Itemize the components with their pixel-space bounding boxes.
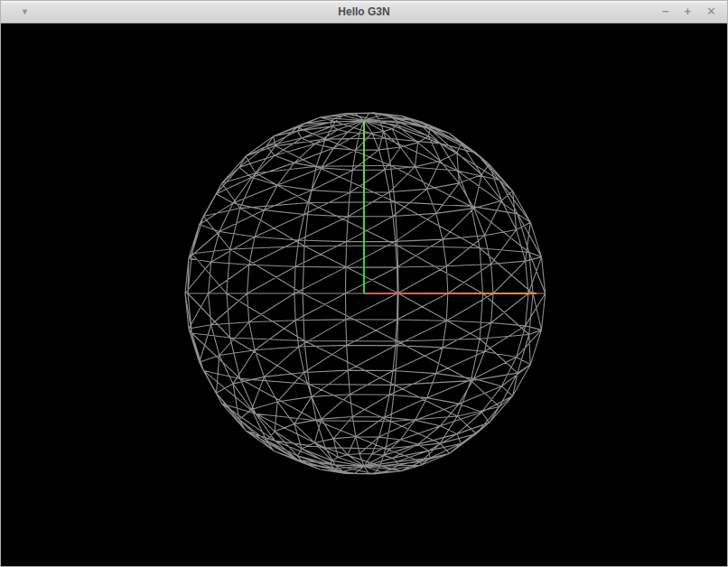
window-controls: − + ✕ bbox=[662, 1, 716, 23]
chevron-down-icon: ▼ bbox=[21, 7, 29, 16]
minimize-button[interactable]: − bbox=[662, 1, 669, 23]
titlebar[interactable]: ▼ Hello G3N − + ✕ bbox=[1, 1, 727, 23]
gl-viewport[interactable] bbox=[1, 23, 727, 567]
window-title: Hello G3N bbox=[1, 1, 727, 23]
close-button[interactable]: ✕ bbox=[706, 1, 716, 23]
window-menu-button[interactable]: ▼ bbox=[21, 1, 29, 23]
maximize-button[interactable]: + bbox=[685, 1, 692, 23]
app-window: ▼ Hello G3N − + ✕ bbox=[0, 0, 728, 567]
